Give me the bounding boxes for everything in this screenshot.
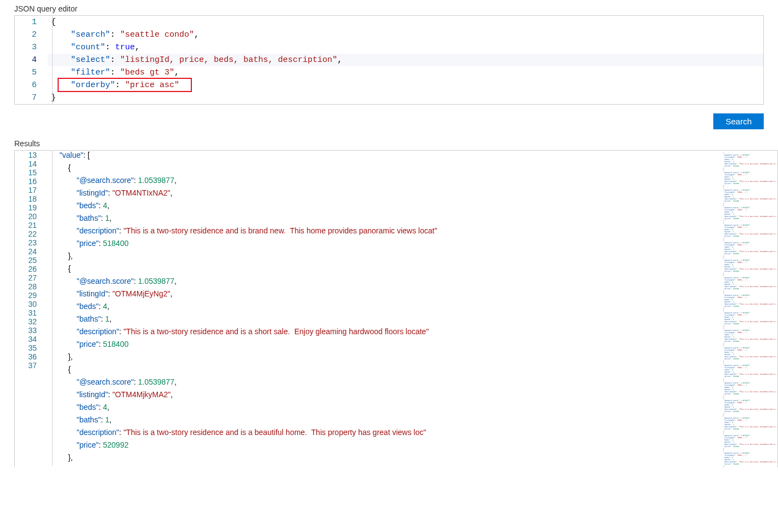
query-editor[interactable]: 1234567 { "search": "seattle condo", "co… [14,15,764,105]
minimap[interactable]: { "@search.score": 1.0539877, "listingId… [720,151,777,467]
results-gutter: 1314151617181920212223242526272829303132… [15,151,48,467]
query-editor-label: JSON query editor [0,0,778,15]
query-code[interactable]: { "search": "seattle condo", "count": tr… [48,16,763,104]
results-label: Results [0,135,778,150]
results-code[interactable]: "value": [ { "@search.score": 1.0539877,… [48,151,720,467]
search-button[interactable]: Search [713,113,764,129]
query-gutter: 1234567 [15,16,48,104]
results-panel: 1314151617181920212223242526272829303132… [14,150,778,467]
